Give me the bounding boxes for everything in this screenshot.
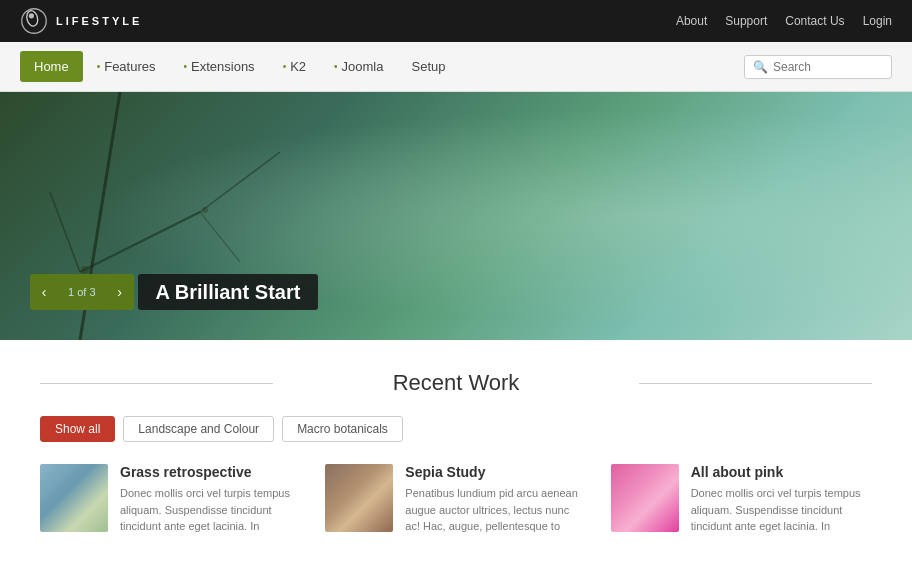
work-thumb-2 [325, 464, 393, 532]
search-input[interactable] [773, 60, 883, 74]
nav-extensions[interactable]: • Extensions [170, 51, 269, 82]
svg-line-5 [50, 192, 80, 272]
nav-joomla[interactable]: • Joomla [320, 51, 397, 82]
svg-point-9 [202, 207, 208, 213]
work-item-2: Sepia Study Penatibus lundium pid arcu a… [325, 464, 586, 535]
logo-icon [20, 7, 48, 35]
work-content-2: Sepia Study Penatibus lundium pid arcu a… [405, 464, 586, 535]
work-thumb-1 [40, 464, 108, 532]
nav-features[interactable]: • Features [83, 51, 170, 82]
topbar-contact[interactable]: Contact Us [785, 14, 844, 28]
work-item-1: Grass retrospective Donec mollis orci ve… [40, 464, 301, 535]
recent-work-section: Recent Work Show all Landscape and Colou… [0, 340, 912, 565]
search-box: 🔍 [744, 55, 892, 79]
work-content-3: All about pink Donec mollis orci vel tur… [691, 464, 872, 535]
work-title-2[interactable]: Sepia Study [405, 464, 586, 480]
work-grid: Grass retrospective Donec mollis orci ve… [40, 464, 872, 535]
hero-slider: ‹ 1 of 3 › A Brilliant Start [0, 92, 912, 340]
top-bar: LIFESTYLE About Support Contact Us Login [0, 0, 912, 42]
topbar-about[interactable]: About [676, 14, 707, 28]
topbar-login[interactable]: Login [863, 14, 892, 28]
work-title-3[interactable]: All about pink [691, 464, 872, 480]
work-desc-2: Penatibus lundium pid arcu aenean augue … [405, 485, 586, 535]
slider-prev-button[interactable]: ‹ [30, 274, 58, 310]
slider-next-button[interactable]: › [106, 274, 134, 310]
svg-point-8 [81, 266, 89, 274]
slider-counter: 1 of 3 [58, 274, 106, 310]
work-desc-3: Donec mollis orci vel turpis tempus aliq… [691, 485, 872, 535]
thumb-pink-image [611, 464, 679, 532]
svg-point-2 [29, 13, 34, 18]
topbar-nav: About Support Contact Us Login [676, 14, 892, 28]
thumb-grass-image [40, 464, 108, 532]
work-content-1: Grass retrospective Donec mollis orci ve… [120, 464, 301, 535]
topbar-support[interactable]: Support [725, 14, 767, 28]
filter-landscape[interactable]: Landscape and Colour [123, 416, 274, 442]
filter-show-all[interactable]: Show all [40, 416, 115, 442]
slide-title: A Brilliant Start [138, 274, 319, 310]
filter-buttons: Show all Landscape and Colour Macro bota… [40, 416, 872, 442]
filter-macro[interactable]: Macro botanicals [282, 416, 403, 442]
svg-line-6 [200, 152, 280, 212]
nav-items: Home • Features • Extensions • K2 • Joom… [20, 51, 459, 82]
work-thumb-3 [611, 464, 679, 532]
nav-home[interactable]: Home [20, 51, 83, 82]
nav-k2[interactable]: • K2 [269, 51, 320, 82]
svg-point-1 [25, 9, 39, 27]
work-item-3: All about pink Donec mollis orci vel tur… [611, 464, 872, 535]
svg-line-7 [200, 212, 240, 262]
search-icon: 🔍 [753, 60, 768, 74]
section-title: Recent Work [40, 370, 872, 396]
logo: LIFESTYLE [20, 7, 142, 35]
nav-bar: Home • Features • Extensions • K2 • Joom… [0, 42, 912, 92]
work-desc-1: Donec mollis orci vel turpis tempus aliq… [120, 485, 301, 535]
hero-controls: ‹ 1 of 3 › A Brilliant Start [30, 274, 318, 310]
logo-text: LIFESTYLE [56, 15, 142, 27]
thumb-sepia-image [325, 464, 393, 532]
work-title-1[interactable]: Grass retrospective [120, 464, 301, 480]
nav-setup[interactable]: Setup [397, 51, 459, 82]
